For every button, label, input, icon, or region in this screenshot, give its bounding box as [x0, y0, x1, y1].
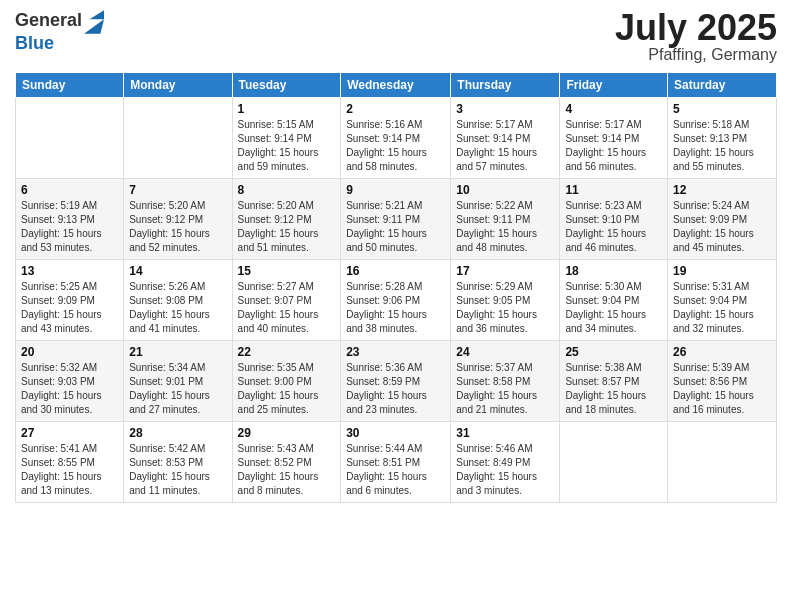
svg-marker-1 — [90, 10, 105, 19]
day-number: 12 — [673, 183, 771, 197]
sunrise-text: Sunrise: 5:31 AM — [673, 280, 771, 294]
calendar-week-1: 1Sunrise: 5:15 AMSunset: 9:14 PMDaylight… — [16, 98, 777, 179]
table-row: 4Sunrise: 5:17 AMSunset: 9:14 PMDaylight… — [560, 98, 668, 179]
day-number: 26 — [673, 345, 771, 359]
sunset-text: Sunset: 8:58 PM — [456, 375, 554, 389]
table-row: 9Sunrise: 5:21 AMSunset: 9:11 PMDaylight… — [341, 179, 451, 260]
sunset-text: Sunset: 9:14 PM — [346, 132, 445, 146]
sunset-text: Sunset: 9:04 PM — [673, 294, 771, 308]
day-info: Sunrise: 5:22 AMSunset: 9:11 PMDaylight:… — [456, 199, 554, 255]
sunrise-text: Sunrise: 5:22 AM — [456, 199, 554, 213]
day-info: Sunrise: 5:27 AMSunset: 9:07 PMDaylight:… — [238, 280, 336, 336]
logo-blue: Blue — [15, 34, 104, 54]
sunset-text: Sunset: 9:14 PM — [456, 132, 554, 146]
location-title: Pfaffing, Germany — [615, 46, 777, 64]
day-info: Sunrise: 5:46 AMSunset: 8:49 PMDaylight:… — [456, 442, 554, 498]
sunset-text: Sunset: 8:56 PM — [673, 375, 771, 389]
sunrise-text: Sunrise: 5:23 AM — [565, 199, 662, 213]
day-number: 7 — [129, 183, 226, 197]
logo: General Blue — [15, 10, 104, 54]
sunset-text: Sunset: 9:14 PM — [565, 132, 662, 146]
table-row: 16Sunrise: 5:28 AMSunset: 9:06 PMDayligh… — [341, 260, 451, 341]
table-row: 1Sunrise: 5:15 AMSunset: 9:14 PMDaylight… — [232, 98, 341, 179]
day-number: 30 — [346, 426, 445, 440]
sunrise-text: Sunrise: 5:20 AM — [129, 199, 226, 213]
daylight-text: Daylight: 15 hours and 32 minutes. — [673, 308, 771, 336]
logo-text: General Blue — [15, 10, 104, 54]
header-saturday: Saturday — [668, 73, 777, 98]
table-row: 31Sunrise: 5:46 AMSunset: 8:49 PMDayligh… — [451, 422, 560, 503]
table-row: 7Sunrise: 5:20 AMSunset: 9:12 PMDaylight… — [124, 179, 232, 260]
table-row: 12Sunrise: 5:24 AMSunset: 9:09 PMDayligh… — [668, 179, 777, 260]
sunrise-text: Sunrise: 5:44 AM — [346, 442, 445, 456]
day-info: Sunrise: 5:15 AMSunset: 9:14 PMDaylight:… — [238, 118, 336, 174]
sunset-text: Sunset: 9:11 PM — [456, 213, 554, 227]
day-info: Sunrise: 5:44 AMSunset: 8:51 PMDaylight:… — [346, 442, 445, 498]
calendar-week-4: 20Sunrise: 5:32 AMSunset: 9:03 PMDayligh… — [16, 341, 777, 422]
sunrise-text: Sunrise: 5:21 AM — [346, 199, 445, 213]
sunrise-text: Sunrise: 5:27 AM — [238, 280, 336, 294]
daylight-text: Daylight: 15 hours and 46 minutes. — [565, 227, 662, 255]
sunrise-text: Sunrise: 5:20 AM — [238, 199, 336, 213]
sunrise-text: Sunrise: 5:15 AM — [238, 118, 336, 132]
sunset-text: Sunset: 9:11 PM — [346, 213, 445, 227]
sunset-text: Sunset: 8:49 PM — [456, 456, 554, 470]
table-row: 19Sunrise: 5:31 AMSunset: 9:04 PMDayligh… — [668, 260, 777, 341]
daylight-text: Daylight: 15 hours and 25 minutes. — [238, 389, 336, 417]
sunrise-text: Sunrise: 5:36 AM — [346, 361, 445, 375]
daylight-text: Daylight: 15 hours and 23 minutes. — [346, 389, 445, 417]
header: General Blue July 2025 Pfaffing, Germany — [15, 10, 777, 64]
daylight-text: Daylight: 15 hours and 55 minutes. — [673, 146, 771, 174]
daylight-text: Daylight: 15 hours and 21 minutes. — [456, 389, 554, 417]
table-row — [668, 422, 777, 503]
day-number: 15 — [238, 264, 336, 278]
sunrise-text: Sunrise: 5:24 AM — [673, 199, 771, 213]
day-info: Sunrise: 5:24 AMSunset: 9:09 PMDaylight:… — [673, 199, 771, 255]
day-number: 1 — [238, 102, 336, 116]
daylight-text: Daylight: 15 hours and 48 minutes. — [456, 227, 554, 255]
sunset-text: Sunset: 9:00 PM — [238, 375, 336, 389]
sunset-text: Sunset: 9:13 PM — [21, 213, 118, 227]
header-sunday: Sunday — [16, 73, 124, 98]
calendar-week-5: 27Sunrise: 5:41 AMSunset: 8:55 PMDayligh… — [16, 422, 777, 503]
sunrise-text: Sunrise: 5:38 AM — [565, 361, 662, 375]
sunrise-text: Sunrise: 5:25 AM — [21, 280, 118, 294]
day-number: 31 — [456, 426, 554, 440]
sunset-text: Sunset: 9:09 PM — [673, 213, 771, 227]
header-thursday: Thursday — [451, 73, 560, 98]
sunrise-text: Sunrise: 5:16 AM — [346, 118, 445, 132]
sunset-text: Sunset: 9:04 PM — [565, 294, 662, 308]
calendar-table: Sunday Monday Tuesday Wednesday Thursday… — [15, 72, 777, 503]
logo-general: General — [15, 10, 104, 34]
day-info: Sunrise: 5:16 AMSunset: 9:14 PMDaylight:… — [346, 118, 445, 174]
sunset-text: Sunset: 9:07 PM — [238, 294, 336, 308]
table-row: 21Sunrise: 5:34 AMSunset: 9:01 PMDayligh… — [124, 341, 232, 422]
sunrise-text: Sunrise: 5:19 AM — [21, 199, 118, 213]
table-row: 10Sunrise: 5:22 AMSunset: 9:11 PMDayligh… — [451, 179, 560, 260]
day-number: 28 — [129, 426, 226, 440]
table-row: 15Sunrise: 5:27 AMSunset: 9:07 PMDayligh… — [232, 260, 341, 341]
sunset-text: Sunset: 9:10 PM — [565, 213, 662, 227]
table-row: 17Sunrise: 5:29 AMSunset: 9:05 PMDayligh… — [451, 260, 560, 341]
sunset-text: Sunset: 8:52 PM — [238, 456, 336, 470]
day-number: 11 — [565, 183, 662, 197]
daylight-text: Daylight: 15 hours and 41 minutes. — [129, 308, 226, 336]
daylight-text: Daylight: 15 hours and 8 minutes. — [238, 470, 336, 498]
sunrise-text: Sunrise: 5:46 AM — [456, 442, 554, 456]
day-info: Sunrise: 5:37 AMSunset: 8:58 PMDaylight:… — [456, 361, 554, 417]
day-info: Sunrise: 5:25 AMSunset: 9:09 PMDaylight:… — [21, 280, 118, 336]
daylight-text: Daylight: 15 hours and 6 minutes. — [346, 470, 445, 498]
day-number: 25 — [565, 345, 662, 359]
day-number: 16 — [346, 264, 445, 278]
day-info: Sunrise: 5:17 AMSunset: 9:14 PMDaylight:… — [565, 118, 662, 174]
table-row: 6Sunrise: 5:19 AMSunset: 9:13 PMDaylight… — [16, 179, 124, 260]
table-row: 24Sunrise: 5:37 AMSunset: 8:58 PMDayligh… — [451, 341, 560, 422]
logo-bird-icon — [84, 10, 104, 34]
sunset-text: Sunset: 9:12 PM — [129, 213, 226, 227]
sunrise-text: Sunrise: 5:28 AM — [346, 280, 445, 294]
daylight-text: Daylight: 15 hours and 18 minutes. — [565, 389, 662, 417]
table-row: 20Sunrise: 5:32 AMSunset: 9:03 PMDayligh… — [16, 341, 124, 422]
day-info: Sunrise: 5:18 AMSunset: 9:13 PMDaylight:… — [673, 118, 771, 174]
header-wednesday: Wednesday — [341, 73, 451, 98]
sunrise-text: Sunrise: 5:32 AM — [21, 361, 118, 375]
